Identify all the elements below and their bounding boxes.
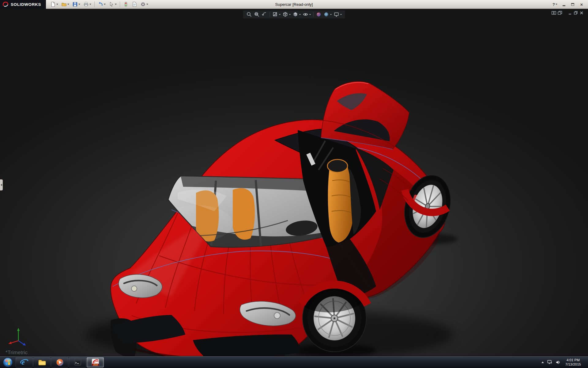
triad-icon xyxy=(7,325,29,347)
toolbar-separator xyxy=(313,12,314,17)
minimize-icon xyxy=(563,5,565,6)
show-hidden-icons-button[interactable] xyxy=(540,356,545,368)
taskbar-media-player[interactable] xyxy=(51,357,68,367)
doc-minimize-button[interactable] xyxy=(568,11,572,15)
new-document-button[interactable] xyxy=(49,1,59,8)
taskbar-solidworks[interactable]: 2015 xyxy=(87,357,104,367)
show-desktop-button[interactable] xyxy=(584,356,588,368)
window-controls: ? × xyxy=(551,1,588,8)
document-window-controls xyxy=(552,11,584,15)
system-tray: 4:01 PM 7/13/2015 xyxy=(540,356,588,368)
maximize-icon xyxy=(571,3,574,6)
close-button[interactable]: × xyxy=(578,1,586,8)
apply-scene-button[interactable] xyxy=(323,11,332,18)
file-properties-icon xyxy=(132,2,137,7)
select-button[interactable] xyxy=(107,1,118,8)
zoom-to-fit-button[interactable] xyxy=(246,11,253,18)
orientation-triad xyxy=(7,325,29,349)
save-icon xyxy=(72,2,78,7)
new-document-icon xyxy=(50,2,56,7)
3d-scene xyxy=(0,9,588,356)
network-icon xyxy=(547,360,552,365)
solidworks-2015-icon: 2015 xyxy=(91,358,100,366)
solidworks-logo: SOLIDWORKS xyxy=(0,0,46,9)
doc-restore-button[interactable] xyxy=(574,11,578,15)
toolbar-separator xyxy=(120,2,120,7)
view-orientation-icon xyxy=(282,11,288,17)
print-button[interactable] xyxy=(82,1,92,8)
chevron-down-icon xyxy=(340,14,342,15)
view-orientation-button[interactable] xyxy=(282,11,291,18)
chevron-down-icon xyxy=(330,14,332,15)
chevron-down-icon xyxy=(67,4,69,5)
chevron-down-icon xyxy=(279,14,281,15)
taskbar-windows-explorer[interactable] xyxy=(33,357,51,367)
taskbar-clock[interactable]: 4:01 PM 7/13/2015 xyxy=(562,356,584,368)
graphics-viewport[interactable]: *Trimetric xyxy=(0,9,588,356)
console-window-icon xyxy=(74,358,82,366)
start-button[interactable] xyxy=(0,356,15,368)
display-style-button[interactable] xyxy=(292,11,301,18)
taskbar-console-app[interactable] xyxy=(69,357,86,367)
chevron-down-icon xyxy=(115,4,117,5)
doc-close-button[interactable] xyxy=(579,11,584,15)
open-document-button[interactable] xyxy=(60,1,70,8)
taskbar: e xyxy=(0,356,588,368)
print-icon xyxy=(83,2,89,7)
zoom-to-fit-icon xyxy=(246,11,252,17)
chevron-down-icon xyxy=(78,4,80,5)
headrest xyxy=(327,159,348,172)
windows-orb-icon xyxy=(3,357,13,367)
hide-show-items-button[interactable] xyxy=(302,11,311,18)
appearance-ball-icon xyxy=(316,11,322,17)
view-orientation-label: *Trimetric xyxy=(6,350,28,356)
section-view-button[interactable] xyxy=(272,11,281,18)
view-settings-icon xyxy=(334,11,340,17)
internet-explorer-icon: e xyxy=(20,358,28,366)
section-view-icon xyxy=(272,11,278,17)
undo-button[interactable] xyxy=(96,1,107,8)
edit-appearance-button[interactable] xyxy=(315,11,322,18)
minimize-button[interactable] xyxy=(560,1,568,8)
previous-view-button[interactable] xyxy=(261,11,268,18)
titlebar: SOLIDWORKS xyxy=(0,0,588,9)
cascade-windows-icon xyxy=(558,11,562,15)
minimize-icon xyxy=(568,11,572,15)
previous-view-icon xyxy=(262,11,268,17)
rebuild-button[interactable] xyxy=(122,1,130,8)
toolbar-separator xyxy=(94,2,95,7)
view-settings-button[interactable] xyxy=(333,11,342,18)
chevron-up-icon xyxy=(541,362,544,363)
volume-icon xyxy=(556,360,561,365)
dassault-3ds-icon xyxy=(2,1,9,7)
chevron-down-icon xyxy=(146,4,148,5)
save-button[interactable] xyxy=(71,1,81,8)
media-player-icon xyxy=(56,358,64,366)
chevron-down-icon xyxy=(289,14,291,15)
panel-expand-tab[interactable] xyxy=(0,179,3,190)
help-button[interactable]: ? xyxy=(551,1,559,8)
solidworks-window: SOLIDWORKS xyxy=(0,0,588,368)
toolbar-separator xyxy=(270,12,270,17)
zoom-to-area-icon xyxy=(254,11,260,17)
chevron-left-icon xyxy=(1,184,2,186)
close-icon xyxy=(579,11,584,15)
taskbar-internet-explorer[interactable]: e xyxy=(16,357,33,367)
network-tray-icon[interactable] xyxy=(545,356,554,368)
close-icon: × xyxy=(580,2,583,7)
options-button[interactable] xyxy=(139,1,149,8)
clock-time: 4:01 PM xyxy=(567,358,580,362)
solidworks-badge: 2015 xyxy=(93,363,97,366)
racing-seat xyxy=(328,161,353,243)
volume-tray-icon[interactable] xyxy=(554,356,562,368)
tile-windows-button[interactable] xyxy=(552,11,556,15)
rebuild-icon xyxy=(123,2,129,7)
display-style-icon xyxy=(292,11,299,17)
chevron-down-icon xyxy=(309,14,311,15)
apply-scene-icon xyxy=(323,11,330,17)
zoom-to-area-button[interactable] xyxy=(254,11,260,18)
cascade-windows-button[interactable] xyxy=(558,11,562,15)
file-properties-button[interactable] xyxy=(130,1,138,8)
car-model[interactable] xyxy=(86,82,458,356)
maximize-button[interactable] xyxy=(569,1,577,8)
